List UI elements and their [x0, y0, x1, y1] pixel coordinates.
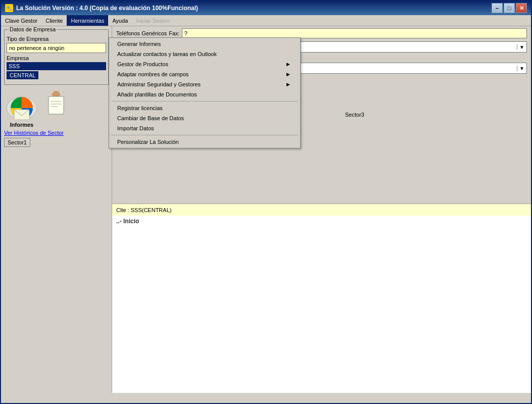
submenu-arrow-gestor: ▶ [286, 62, 290, 67]
menu-item-personalizar[interactable]: Personalizar La Solución [109, 137, 300, 147]
title-buttons: – □ ✕ [492, 3, 527, 13]
telefonos-label: Teléfonos Genéricos [116, 30, 167, 36]
left-panel: Datos de Empresa Tipo de Empresa Empresa… [1, 26, 112, 393]
informes-container: Informes [4, 90, 39, 128]
menu-clave-gestor[interactable]: Clave Gestor [1, 15, 41, 26]
status-bar: Clte : SSS(CENTRAL) [112, 204, 531, 216]
fax-input[interactable] [182, 28, 527, 38]
svg-rect-5 [49, 96, 64, 114]
submenu-arrow-seguridad: ▶ [286, 82, 290, 87]
menu-item-adaptar-nombres[interactable]: Adaptar nombres de campos ▶ [109, 69, 300, 79]
document-icon [43, 89, 69, 117]
images-area: Informes [4, 89, 109, 128]
datos-empresa-group: Datos de Empresa Tipo de Empresa Empresa… [4, 29, 109, 85]
menu-item-administrar-seguridad[interactable]: Administrar Seguridad y Gestores ▶ [109, 79, 300, 89]
title-bar-text: 🔧 La Solución Versión : 4.0 (Copia de ev… [5, 4, 198, 12]
menu-iniciar-sesion: Iniciar Sesión [132, 15, 173, 26]
central-badge[interactable]: CENTRAL [7, 71, 38, 79]
separator-2 [111, 135, 298, 135]
pie-chart-icon [4, 90, 39, 121]
submenu-arrow-adaptar: ▶ [286, 72, 290, 77]
telefonos-row: Teléfonos Genéricos Fax: [116, 28, 527, 38]
dropdown-menu: Generar Informes Actualizar contactos y … [109, 37, 301, 148]
status-text: Clte : SSS(CENTRAL) [116, 207, 171, 213]
menu-herramientas[interactable]: Herramientas [67, 15, 108, 26]
menu-item-generar-informes[interactable]: Generar Informes [109, 39, 300, 49]
datos-empresa-label: Datos de Empresa [9, 26, 57, 32]
separator-1 [111, 101, 298, 102]
ver-historicos-link[interactable]: Ver Históricos de Sector [4, 130, 109, 136]
sector-row: Sector1 [4, 138, 109, 147]
title-bar: 🔧 La Solución Versión : 4.0 (Copia de ev… [1, 1, 531, 15]
inicio-area: ..- Inicio [112, 216, 531, 393]
menu-item-cambiar-base[interactable]: Cambiar de Base de Datos [109, 113, 300, 123]
sector1-button[interactable]: Sector1 [4, 138, 30, 147]
tipo-empresa-label: Tipo de Empresa [7, 36, 106, 42]
menu-cliente[interactable]: Cliente [41, 15, 67, 26]
secondary-icon-container [43, 89, 69, 118]
main-window: 🔧 La Solución Versión : 4.0 (Copia de ev… [0, 0, 532, 404]
left-inner: Datos de Empresa Tipo de Empresa Empresa… [3, 28, 110, 148]
menu-item-actualizar-contactos[interactable]: Actualizar contactos y tareas en Outlook [109, 49, 300, 59]
inicio-text: ..- Inicio [116, 218, 139, 225]
menu-ayuda[interactable]: Ayuda [108, 15, 132, 26]
informes-label[interactable]: Informes [10, 122, 33, 128]
menu-bar: Clave Gestor Cliente Herramientas Ayuda … [1, 15, 531, 26]
minimize-button[interactable]: – [492, 3, 503, 13]
close-button[interactable]: ✕ [516, 3, 527, 13]
fax-label: Fax: [169, 30, 179, 36]
app-icon: 🔧 [5, 4, 13, 12]
centralita-dropdown-arrow[interactable]: ▼ [517, 44, 526, 50]
svg-rect-2 [14, 110, 29, 120]
tipo-empresa-input[interactable] [7, 43, 106, 53]
menu-item-importar-datos[interactable]: Importar Datos [109, 123, 300, 133]
empresa-label: Empresa [7, 55, 106, 61]
empresa-value[interactable]: SSS [7, 62, 106, 70]
menu-item-registrar-licencias[interactable]: Registrar licencias [109, 103, 300, 113]
menu-item-anadir-plantillas[interactable]: Añadir plantillas de Documentos [109, 89, 300, 99]
maximize-button[interactable]: □ [504, 3, 515, 13]
ninguna-dropdown-arrow[interactable]: ▼ [517, 66, 526, 71]
window-title: La Solución Versión : 4.0 (Copia de eval… [16, 5, 198, 12]
menu-item-gestor-productos[interactable]: Gestor de Productos ▶ [109, 59, 300, 69]
